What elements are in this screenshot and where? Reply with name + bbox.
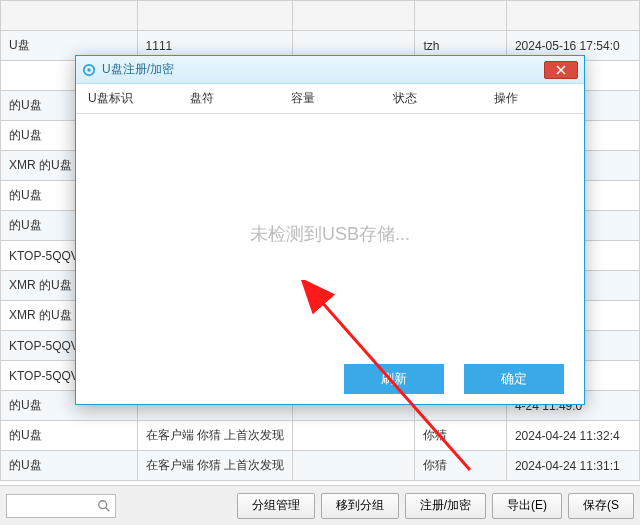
table-cell: 的U盘 [1,421,138,451]
save-button[interactable]: 保存(S [568,493,634,519]
table-cell: 2024-04-24 11:31:1 [506,451,639,481]
dialog-column-headers: U盘标识 盘符 容量 状态 操作 [76,84,584,114]
table-cell: 在客户端 你猜 上首次发现 [137,421,293,451]
main-table-header-row [1,1,640,31]
search-icon [97,499,111,513]
table-cell: 的U盘 [1,451,138,481]
table-cell: 你猜 [415,421,506,451]
col-drive: 盘符 [178,90,280,107]
app-icon [82,63,96,77]
dialog-body: 未检测到USB存储... [76,114,584,354]
group-manage-button[interactable]: 分组管理 [237,493,315,519]
dialog-titlebar: U盘注册/加密 [76,56,584,84]
close-button[interactable] [544,61,578,79]
table-cell: 2024-04-24 11:32:4 [506,421,639,451]
search-input[interactable] [6,494,116,518]
empty-message: 未检测到USB存储... [250,222,410,246]
col-id: U盘标识 [76,90,178,107]
col-capacity: 容量 [279,90,381,107]
svg-line-1 [106,507,110,511]
table-cell [293,451,415,481]
bottom-toolbar: 分组管理 移到分组 注册/加密 导出(E) 保存(S [0,485,640,525]
table-cell [293,421,415,451]
table-cell: 你猜 [415,451,506,481]
table-row[interactable]: 的U盘在客户端 你猜 上首次发现你猜2024-04-24 11:31:1 [1,451,640,481]
refresh-button[interactable]: 刷新 [344,364,444,394]
dialog-footer: 刷新 确定 [76,354,584,404]
svg-point-0 [99,500,107,508]
col-action: 操作 [482,90,584,107]
usb-register-dialog: U盘注册/加密 U盘标识 盘符 容量 状态 操作 未检测到USB存储... 刷新… [75,55,585,405]
ok-button[interactable]: 确定 [464,364,564,394]
table-row[interactable]: 的U盘在客户端 你猜 上首次发现你猜2024-04-24 11:32:4 [1,421,640,451]
dialog-title-text: U盘注册/加密 [102,61,174,78]
col-status: 状态 [381,90,483,107]
register-encrypt-button[interactable]: 注册/加密 [405,493,486,519]
table-cell: 在客户端 你猜 上首次发现 [137,451,293,481]
move-group-button[interactable]: 移到分组 [321,493,399,519]
close-icon [556,65,566,75]
export-button[interactable]: 导出(E) [492,493,562,519]
svg-point-3 [87,68,91,72]
